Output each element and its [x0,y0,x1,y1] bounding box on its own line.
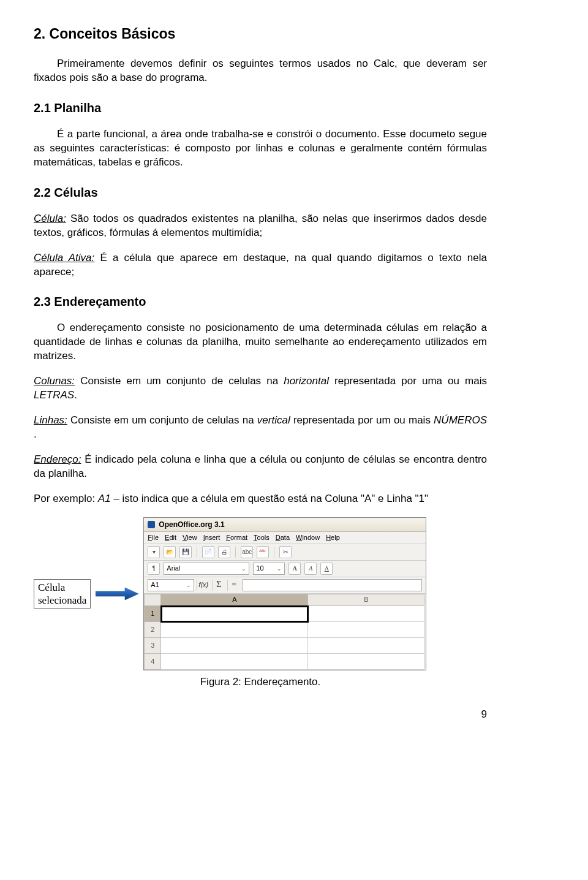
menu-edit[interactable]: Edit [165,533,176,542]
calc-title-bar: OpenOffice.org 3.1 [144,518,426,532]
app-title-text: OpenOffice.org 3.1 [159,520,224,529]
formula-input[interactable] [243,579,422,591]
calc-screenshot: OpenOffice.org 3.1 File Edit View Insert… [143,517,426,670]
text-linhas-a: Consiste em um conjunto de celulas na [67,414,257,426]
bold-icon[interactable]: A [288,563,301,575]
paragraph-enderecamento: O endereçamento consiste no posicionamen… [34,321,487,363]
menu-tools[interactable]: Tools [254,533,270,542]
cell-b3[interactable] [308,638,424,654]
figure-caption: Figura 2: Endereçamento. [34,675,487,689]
text-linhas-b: vertical [257,414,290,426]
row-header-3[interactable]: 3 [144,638,161,654]
text-linhas-d: NÚMEROS [434,414,487,426]
calc-menubar[interactable]: File Edit View Insert Format Tools Data … [144,532,426,544]
paragraph-planilha: É a parte funcional, a área onde trabalh… [34,127,487,170]
font-name-value: Arial [167,564,180,573]
col-header-b[interactable]: B [308,594,424,606]
text-exemplo-a: Por exemplo: [34,493,98,504]
intro-paragraph: Primeiramente devemos definir os seguint… [34,57,487,85]
paragraph-colunas: Colunas: Consiste em um conjunto de celu… [34,374,487,403]
save-icon[interactable]: 💾 [179,546,192,558]
paragraph-endereco: Endereço: É indicado pela coluna e linha… [34,453,487,481]
paragraph-celula-ativa: Célula Ativa: É a célula que aparece em … [34,251,487,279]
font-name-select[interactable]: Arial ⌄ [164,563,249,575]
menu-file[interactable]: File [148,533,159,542]
cell-b4[interactable] [308,654,424,670]
cell-b2[interactable] [308,622,424,638]
cell-a4[interactable] [161,654,308,670]
styles-icon[interactable]: ¶ [148,563,160,575]
svg-marker-0 [96,588,138,600]
callout-line1: Célula [38,582,65,593]
text-endereco: É indicado pela coluna e linha que a cél… [34,453,487,479]
page-number: 9 [34,708,487,722]
text-linhas-e: . [34,428,37,440]
formula-bar: A1 ⌄ f(x) Σ = [144,577,426,594]
name-box[interactable]: A1 ⌄ [148,579,194,591]
open-icon[interactable]: 📂 [164,546,176,558]
toolbar-sep [197,547,197,558]
text-colunas-c: representada por uma ou mais [329,375,487,387]
text-exemplo-b: A1 [98,493,111,504]
text-linhas-c: representada por um ou mais [290,414,434,426]
export-pdf-icon[interactable]: 📄 [202,546,214,558]
menu-window[interactable]: Window [296,533,320,542]
underline-icon[interactable]: A [320,563,333,575]
paragraph-exemplo: Por exemplo: A1 – isto indica que a célu… [34,492,487,506]
cell-b1[interactable] [308,606,424,622]
term-endereco: Endereço: [34,453,81,465]
figure-block: Célula selecionada OpenOffice.org 3.1 [34,517,487,689]
autospell-icon[interactable]: ᴬᴮᶜ [257,546,269,558]
text-colunas-a: Consiste em um conjunto de celulas na [75,375,284,387]
cell-a3[interactable] [161,638,308,654]
equals-icon[interactable]: = [227,580,240,591]
menu-view[interactable]: View [183,533,197,542]
term-celula: Célula: [34,213,66,224]
callout-label: Célula selecionada [34,579,91,609]
heading-enderecamento: 2.3 Endereçamento [34,294,487,310]
col-header-a[interactable]: A [161,594,308,606]
term-colunas: Colunas: [34,375,75,387]
text-colunas-d: LETRAS [34,389,74,401]
function-wizard-icon[interactable]: f(x) [197,580,209,591]
toolbar-sep [274,547,274,558]
cut-icon[interactable]: ✂ [279,546,292,558]
heading-conceitos: 2. Conceitos Básicos [34,25,487,44]
chevron-down-icon: ⌄ [277,565,282,572]
arrow-icon [96,586,138,601]
cell-a2[interactable] [161,622,308,638]
standard-toolbar: ▾ 📂 💾 📄 🖨 abc ᴬᴮᶜ ✂ [144,544,426,561]
text-colunas-e: . [74,389,77,401]
menu-data[interactable]: Data [276,533,290,542]
heading-celulas: 2.2 Células [34,184,487,201]
text-celula-ativa: É a célula que aparece em destaque, na q… [34,252,487,278]
font-size-select[interactable]: 10 ⌄ [253,563,285,575]
font-size-value: 10 [256,564,263,573]
paragraph-linhas: Linhas: Consiste em um conjunto de celul… [34,414,487,442]
text-celula: São todos os quadrados existentes na pla… [34,213,487,238]
select-all-corner[interactable] [144,594,161,606]
grid-cells: A B [161,594,426,670]
row-headers: 1 2 3 4 [144,594,161,670]
spreadsheet-grid: 1 2 3 4 A B [144,594,426,670]
text-colunas-b: horizontal [284,375,329,387]
row-header-2[interactable]: 2 [144,622,161,638]
cell-a1[interactable] [161,606,308,622]
callout-row: Célula selecionada OpenOffice.org 3.1 [34,517,487,670]
term-linhas: Linhas: [34,414,67,426]
new-doc-icon[interactable]: ▾ [148,546,160,558]
row-header-4[interactable]: 4 [144,654,161,670]
menu-insert[interactable]: Insert [203,533,221,542]
text-exemplo-c: – isto indica que a célula em questão es… [111,493,428,504]
menu-format[interactable]: Format [226,533,247,542]
menu-help[interactable]: Help [326,533,340,542]
app-logo-icon [148,521,155,528]
sum-icon[interactable]: Σ [212,580,225,591]
name-box-value: A1 [151,580,159,590]
row-header-1[interactable]: 1 [144,606,161,622]
italic-icon[interactable]: A [304,563,317,575]
print-icon[interactable]: 🖨 [218,546,230,558]
spellcheck-icon[interactable]: abc [241,546,253,558]
chevron-down-icon: ⌄ [241,565,246,572]
paragraph-celula: Célula: São todos os quadrados existente… [34,212,487,240]
